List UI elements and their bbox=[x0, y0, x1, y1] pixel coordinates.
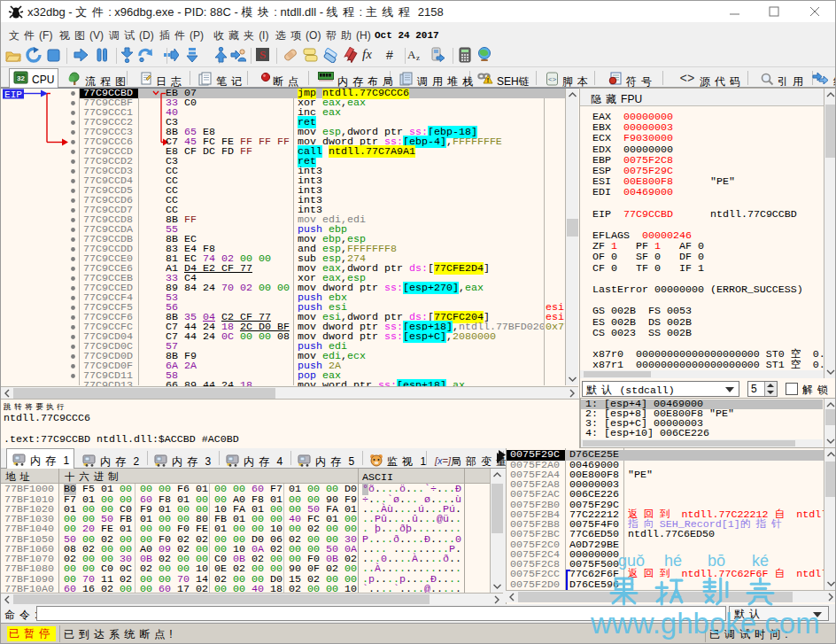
svg-text:S: S bbox=[259, 48, 266, 61]
svg-text:<>: <> bbox=[548, 75, 557, 83]
svg-text:EIP: EIP bbox=[4, 89, 22, 100]
svg-text:fx: fx bbox=[362, 47, 372, 61]
svg-text:A: A bbox=[407, 48, 416, 61]
svg-text:#: # bbox=[386, 48, 393, 62]
svg-text:32: 32 bbox=[17, 74, 25, 82]
svg-text:<>: <> bbox=[680, 72, 695, 84]
svg-text:!: ! bbox=[487, 77, 489, 83]
svg-text:z: z bbox=[416, 53, 420, 62]
